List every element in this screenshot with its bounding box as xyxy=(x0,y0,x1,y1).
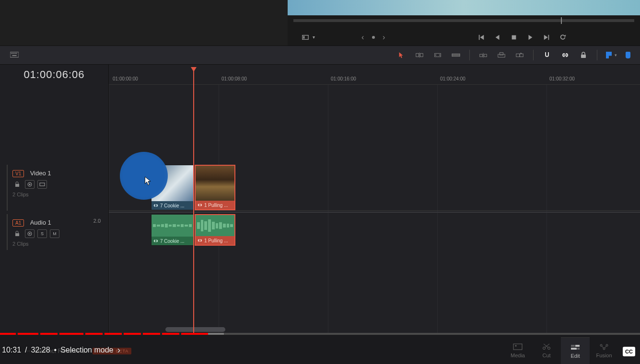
lock-icon[interactable] xyxy=(579,50,588,60)
keyboard-icon[interactable] xyxy=(10,50,19,60)
page-cut[interactable]: Cut xyxy=(532,337,561,364)
clip-name: 1 Pulling ... xyxy=(204,203,228,208)
mute-button[interactable]: M xyxy=(50,229,59,238)
track-divider xyxy=(109,212,640,213)
ruler-tick: 01:00:32:00 xyxy=(549,76,575,81)
video-track-header[interactable]: V1 Video 1 2 Clips xyxy=(7,165,105,211)
playhead[interactable] xyxy=(193,67,194,333)
timeline-ruler[interactable]: 01:00:00:00 01:00:08:00 01:00:16:00 01:0… xyxy=(109,65,640,85)
svg-rect-5 xyxy=(12,53,13,54)
svg-point-35 xyxy=(29,233,31,235)
page-media[interactable]: Media xyxy=(503,337,532,364)
dynamic-trim-icon[interactable] xyxy=(433,50,442,60)
nudge-back-icon[interactable]: ‹ xyxy=(358,32,368,43)
play-back-icon[interactable] xyxy=(492,32,503,43)
razor-icon[interactable] xyxy=(451,50,461,60)
timeline-content[interactable]: 7 Cookie ... 1 Pulling ... 7 Cookie ... xyxy=(109,85,640,333)
viewer-options-icon[interactable] xyxy=(300,32,311,43)
track-name: Audio 1 xyxy=(30,219,51,226)
chevron-down-icon[interactable]: ▾ xyxy=(615,53,617,57)
svg-rect-7 xyxy=(15,53,16,54)
clip-label: 1 Pulling ... xyxy=(196,236,234,245)
selection-arrow-icon[interactable] xyxy=(396,50,406,60)
track-badge: A1 xyxy=(12,219,24,227)
timecode-display[interactable]: 01:00:06:06 xyxy=(23,68,84,81)
audio-clip[interactable]: 1 Pulling ... xyxy=(195,214,235,246)
svg-rect-33 xyxy=(15,233,19,236)
svg-rect-44 xyxy=(571,348,577,350)
page-edit[interactable]: Edit xyxy=(561,337,590,364)
video-playback-info: 10:31 / 32:28 • Selection mode › xyxy=(2,344,120,355)
svg-rect-32 xyxy=(40,183,45,186)
viewer-preview xyxy=(288,0,640,15)
svg-rect-28 xyxy=(581,55,586,58)
link-icon xyxy=(153,203,158,208)
video-current-time: 10:31 xyxy=(2,346,21,354)
audio-track-lane[interactable]: 7 Cookie ... 1 Pulling ... xyxy=(109,214,640,246)
page-label: Media xyxy=(511,353,525,358)
timeline-toolbar: ▾ xyxy=(0,46,640,65)
video-total-time: 32:28 xyxy=(31,346,50,354)
lock-track-icon[interactable] xyxy=(12,229,22,238)
insert-clip-icon[interactable] xyxy=(478,50,488,60)
cc-button[interactable]: CC xyxy=(623,347,635,356)
loop-icon[interactable] xyxy=(558,32,568,43)
svg-rect-13 xyxy=(435,53,441,57)
prev-clip-icon[interactable] xyxy=(476,32,487,43)
flag-icon[interactable] xyxy=(606,52,612,58)
waveform xyxy=(151,215,193,237)
ruler-tick: 01:00:16:00 xyxy=(331,76,356,81)
video-clip[interactable]: 7 Cookie ... xyxy=(151,165,194,210)
solo-button[interactable]: S xyxy=(37,229,47,238)
replace-clip-icon[interactable] xyxy=(515,50,524,60)
link-icon xyxy=(198,203,202,207)
video-progress-bar[interactable] xyxy=(0,333,640,335)
viewer-scrubber[interactable] xyxy=(293,19,634,22)
chevron-down-icon[interactable]: ▾ xyxy=(313,34,315,40)
svg-rect-8 xyxy=(16,53,17,54)
viewer-scrubber-head[interactable] xyxy=(561,17,562,24)
lock-track-icon[interactable] xyxy=(12,180,22,189)
svg-rect-43 xyxy=(575,345,580,347)
viewer-panel: ▾ ‹ › xyxy=(288,0,640,46)
link-icon[interactable] xyxy=(560,50,570,60)
page-fusion[interactable]: Fusion xyxy=(590,337,618,364)
marker-icon[interactable] xyxy=(626,52,630,58)
trim-edit-icon[interactable] xyxy=(415,50,424,60)
chevron-right-icon[interactable]: › xyxy=(117,344,120,355)
next-clip-icon[interactable] xyxy=(541,32,552,43)
svg-rect-26 xyxy=(516,54,520,57)
svg-point-38 xyxy=(543,347,546,350)
separator xyxy=(469,50,470,60)
separator xyxy=(597,50,597,60)
auto-select-icon[interactable] xyxy=(25,180,35,189)
svg-rect-9 xyxy=(12,55,17,56)
audio-track-header[interactable]: A1 Audio 1 2.0 S M 2 Clips xyxy=(7,214,105,250)
snap-icon[interactable] xyxy=(542,50,552,60)
svg-point-39 xyxy=(548,347,550,350)
overwrite-clip-icon[interactable] xyxy=(497,50,506,60)
clip-label: 7 Cookie ... xyxy=(151,237,193,245)
video-clip[interactable]: 1 Pulling ... xyxy=(195,165,235,210)
clip-label: 7 Cookie ... xyxy=(151,201,193,210)
video-track-lane[interactable]: 7 Cookie ... 1 Pulling ... xyxy=(109,165,640,211)
clip-label: 1 Pulling ... xyxy=(196,201,234,209)
clip-name: 1 Pulling ... xyxy=(204,238,228,243)
timecode-panel: 01:00:06:06 xyxy=(0,65,109,85)
ruler-tick: 01:00:00:00 xyxy=(113,76,138,81)
auto-select-icon[interactable] xyxy=(25,229,35,238)
play-icon[interactable] xyxy=(525,32,535,43)
audio-clip[interactable]: 7 Cookie ... xyxy=(151,214,194,246)
timeline-scrollbar[interactable] xyxy=(165,327,225,332)
video-chapter-title[interactable]: Selection mode xyxy=(60,346,113,354)
ruler-tick: 01:00:08:00 xyxy=(221,76,247,81)
svg-rect-25 xyxy=(500,53,503,55)
svg-rect-24 xyxy=(498,54,505,57)
nudge-fwd-icon[interactable]: › xyxy=(379,32,389,43)
track-channels: 2.0 xyxy=(93,218,101,224)
cursor-arrow-icon xyxy=(144,176,151,188)
separator xyxy=(533,50,534,60)
tracks-area: V1 Video 1 2 Clips A1 Audio 1 2.0 S M 2 … xyxy=(0,85,640,333)
stop-icon[interactable] xyxy=(509,32,519,43)
toggle-track-icon[interactable] xyxy=(37,180,47,189)
